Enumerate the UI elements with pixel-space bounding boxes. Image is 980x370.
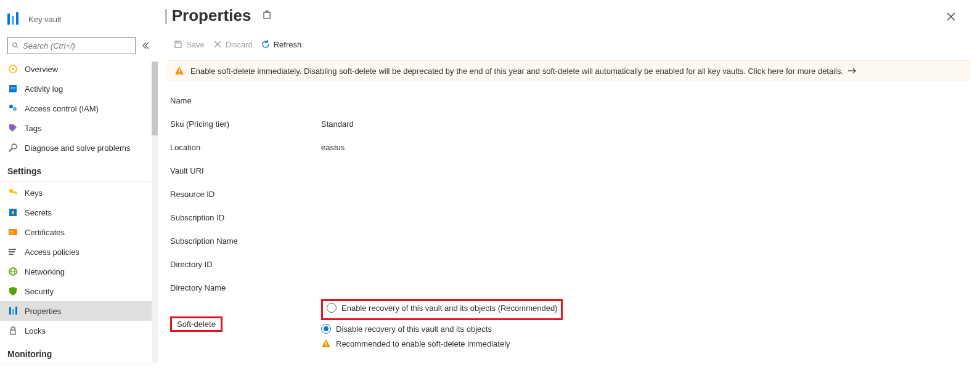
sidebar-item-keys[interactable]: Keys	[0, 183, 154, 203]
access-control-icon	[7, 103, 18, 114]
svg-rect-1	[12, 16, 14, 25]
svg-line-4	[17, 47, 18, 49]
tags-icon	[7, 123, 18, 134]
resource-header: Key vault	[0, 1, 154, 37]
sidebar-item-certificates[interactable]: Certificates	[0, 222, 154, 242]
key-vault-icon	[6, 12, 21, 26]
save-label: Save	[186, 40, 205, 49]
refresh-button[interactable]: Refresh	[261, 40, 302, 49]
svg-rect-24	[9, 254, 14, 255]
diagnose-icon	[7, 142, 18, 153]
title-separator: |	[164, 6, 168, 25]
properties-icon	[7, 305, 18, 316]
search-icon	[12, 42, 19, 49]
refresh-label: Refresh	[274, 40, 302, 49]
radio-enable-label: Enable recovery of this vault and its ob…	[341, 304, 557, 313]
svg-rect-32	[264, 12, 270, 18]
svg-rect-42	[325, 345, 327, 347]
search-input-box[interactable]	[7, 37, 136, 54]
svg-rect-29	[12, 309, 14, 315]
soft-delete-label: Soft-delete	[177, 320, 216, 329]
sidebar-item-label: Tags	[25, 124, 41, 133]
sidebar-scrollbar[interactable]	[152, 62, 158, 363]
svg-point-11	[13, 107, 17, 111]
svg-rect-39	[179, 73, 180, 74]
sidebar-item-access-control[interactable]: Access control (IAM)	[0, 99, 154, 118]
discard-button[interactable]: Discard	[213, 40, 253, 49]
nav-section-settings: Settings	[0, 158, 154, 180]
radio-enable-soft-delete[interactable]	[327, 303, 337, 313]
sidebar-item-tags[interactable]: Tags	[0, 118, 154, 138]
directory-id-label: Directory ID	[170, 260, 321, 269]
vault-uri-label: Vault URI	[170, 166, 321, 175]
networking-icon	[7, 266, 18, 277]
sku-label: Sku (Pricing tier)	[170, 119, 321, 129]
save-icon	[174, 40, 182, 49]
svg-rect-18	[12, 211, 14, 214]
soft-delete-recommendation: Recommended to enable soft-delete immedi…	[336, 339, 510, 348]
access-policies-icon	[7, 246, 18, 257]
subscription-id-label: Subscription ID	[170, 213, 321, 222]
sku-value: Standard	[321, 119, 354, 129]
sidebar-item-locks[interactable]: Locks	[0, 321, 154, 340]
sidebar-item-properties[interactable]: Properties	[0, 301, 154, 321]
keys-icon	[7, 187, 18, 198]
sidebar-item-label: Access policies	[25, 247, 80, 257]
subscription-name-label: Subscription Name	[170, 236, 321, 246]
radio-disable-soft-delete[interactable]	[321, 324, 331, 334]
search-input[interactable]	[23, 41, 131, 50]
svg-rect-16	[15, 191, 17, 195]
sidebar-item-security[interactable]: Security	[0, 281, 154, 301]
nav-section-monitoring: Monitoring	[0, 340, 154, 363]
sidebar-scroll-thumb[interactable]	[152, 62, 158, 135]
sidebar-item-overview[interactable]: Overview	[0, 59, 154, 79]
svg-rect-0	[7, 14, 10, 25]
warning-icon	[321, 339, 331, 348]
overview-icon	[7, 63, 18, 74]
sidebar-item-secrets[interactable]: Secrets	[0, 203, 154, 222]
sidebar-item-label: Certificates	[25, 228, 65, 237]
arrow-right-icon	[848, 68, 857, 74]
svg-rect-35	[176, 41, 179, 43]
sidebar-item-label: Overview	[25, 65, 58, 74]
save-button[interactable]: Save	[174, 40, 205, 49]
security-icon	[7, 286, 18, 297]
name-label: Name	[170, 96, 321, 105]
sidebar-item-activity-log[interactable]: Activity log	[0, 79, 154, 99]
toolbar: Save Discard Refresh	[158, 31, 980, 58]
resource-type: Key vault	[28, 15, 61, 24]
sidebar-item-networking[interactable]: Networking	[0, 262, 154, 281]
sidebar-item-label: Keys	[25, 188, 43, 198]
properties-form: Name Sku (Pricing tier)Standard Location…	[158, 89, 980, 348]
directory-name-label: Directory Name	[170, 283, 321, 292]
soft-delete-enable-highlight: Enable recovery of this vault and its ob…	[321, 299, 563, 320]
pin-icon[interactable]	[262, 10, 272, 20]
page-title: Properties	[172, 6, 251, 25]
svg-rect-31	[10, 330, 15, 334]
close-button[interactable]	[947, 12, 955, 21]
svg-point-12	[12, 144, 17, 149]
sidebar-item-access-policies[interactable]: Access policies	[0, 242, 154, 262]
sidebar-item-label: Secrets	[25, 208, 52, 217]
svg-rect-8	[10, 87, 15, 87]
sidebar-item-label: Networking	[25, 267, 65, 276]
main-panel: | Properties Save Discard Refresh	[158, 0, 980, 370]
refresh-icon	[261, 40, 270, 49]
collapse-sidebar-button[interactable]	[142, 42, 149, 49]
sidebar-item-diagnose[interactable]: Diagnose and solve problems	[0, 138, 154, 158]
svg-rect-2	[16, 12, 18, 25]
soft-delete-label-highlight: Soft-delete	[170, 316, 223, 332]
location-value: eastus	[321, 143, 345, 152]
svg-rect-30	[15, 307, 17, 315]
location-label: Location	[170, 143, 321, 152]
svg-point-6	[12, 68, 14, 70]
sidebar-item-label: Security	[25, 287, 54, 296]
discard-icon	[213, 40, 222, 49]
warning-banner[interactable]: Enable soft-delete immediately. Disablin…	[168, 60, 970, 81]
svg-point-10	[9, 105, 13, 108]
sidebar-item-label: Locks	[25, 326, 46, 336]
activity-log-icon	[7, 83, 18, 94]
svg-rect-38	[179, 69, 180, 72]
sidebar-item-label: Diagnose and solve problems	[25, 143, 130, 153]
warning-icon	[174, 66, 184, 76]
